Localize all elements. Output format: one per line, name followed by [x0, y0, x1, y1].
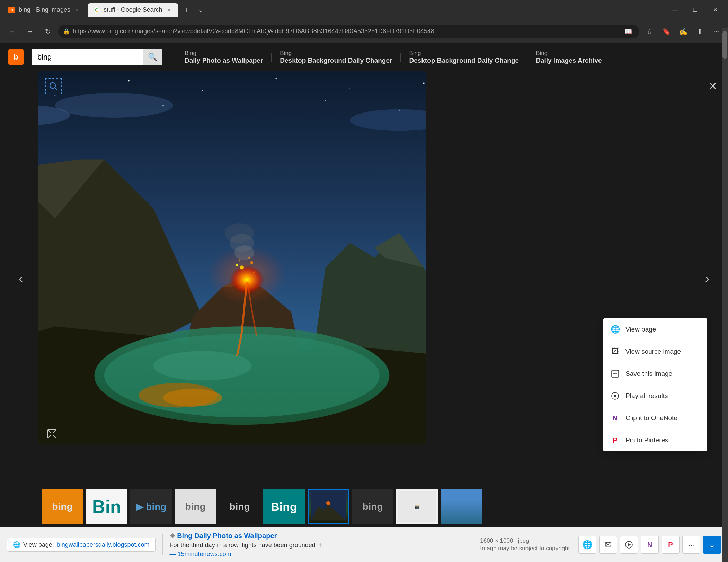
svg-point-27: [163, 389, 222, 407]
back-button[interactable]: ←: [4, 24, 19, 39]
bing-search-button[interactable]: 🔍: [143, 49, 162, 65]
thumbnail-3[interactable]: ▶ bing: [130, 489, 172, 524]
image-viewer: ✕ ‹ › bing 🌐 View page: [0, 71, 728, 486]
thumbnail-1[interactable]: bing: [42, 489, 83, 524]
thumbnail-9[interactable]: 📸: [396, 489, 438, 524]
image-dimensions: 1600 × 1000 · jpeg: [480, 537, 571, 544]
globe-icon: 🌐: [610, 325, 620, 334]
bing-nav-item-4[interactable]: Bing Daily Images Archive: [527, 50, 610, 64]
svg-point-31: [250, 261, 254, 264]
view-page-button[interactable]: 🌐 View page: bingwallpapersdaily.blogspo…: [7, 538, 156, 552]
favorites-icon[interactable]: ☆: [642, 24, 657, 39]
thumbnail-strip: bing Bin ▶ bing bing bing Bing: [0, 486, 728, 527]
window-controls: — ☐ ✕: [665, 3, 725, 17]
bottom-onenote-button[interactable]: N: [641, 536, 659, 554]
bottom-divider: [162, 534, 163, 555]
nav-title-2: Desktop Background Daily Changer: [280, 57, 392, 64]
bottom-email-button[interactable]: ✉: [599, 536, 617, 554]
reading-list-icon[interactable]: ✍: [675, 24, 691, 39]
close-viewer-button[interactable]: ✕: [704, 78, 721, 94]
context-menu: 🌐 View page 🖼 View source image: [603, 318, 707, 451]
bing-tab-title: bing - Bing images: [19, 6, 70, 13]
volcano-svg: [38, 71, 426, 444]
svg-point-49: [50, 83, 55, 88]
play-icon: [610, 391, 620, 401]
bing-header: b 🔍 Bing Daily Photo as Wallpaper Bing D…: [0, 43, 728, 71]
bottom-actions: 🌐 ✉ N P ··· ⌄: [578, 536, 721, 554]
context-save-image-label: Save this image: [625, 370, 672, 378]
svg-marker-60: [614, 395, 617, 397]
bing-nav-item-1[interactable]: Bing Daily Photo as Wallpaper: [176, 50, 271, 64]
thumbnail-4[interactable]: bing: [175, 489, 216, 524]
context-play-all[interactable]: Play all results: [603, 385, 707, 407]
google-tab-close[interactable]: ✕: [166, 7, 173, 13]
address-text[interactable]: https://www.bing.com/images/search?view=…: [73, 28, 619, 35]
expand-button[interactable]: [45, 427, 59, 441]
maximize-button[interactable]: ☐: [685, 3, 705, 17]
close-button[interactable]: ✕: [705, 3, 725, 17]
nav-brand-2: Bing: [280, 50, 392, 57]
prev-image-button[interactable]: ‹: [10, 268, 31, 289]
thumbnail-2[interactable]: Bin: [86, 489, 127, 524]
source-desc: For the third day in a row flights have …: [170, 542, 316, 549]
context-save-image[interactable]: Save this image: [603, 363, 707, 385]
address-input-wrap: 🔒 https://www.bing.com/images/search?vie…: [58, 25, 639, 38]
image-icon: 🖼: [610, 347, 620, 356]
bing-tab-close[interactable]: ✕: [74, 7, 81, 13]
thumbnail-5[interactable]: bing: [219, 489, 260, 524]
toolbar-icons: ☆ 🔖 ✍ ⬆ ···: [642, 24, 724, 39]
bing-nav-item-2[interactable]: Bing Desktop Background Daily Changer: [272, 50, 400, 64]
scroll-thumb[interactable]: [722, 31, 727, 59]
bottom-chevron-button[interactable]: ⌄: [703, 536, 721, 554]
next-image-button[interactable]: ›: [697, 268, 718, 289]
nav-title-3: Desktop Background Daily Change: [409, 57, 519, 64]
tab-menu-button[interactable]: ⌄: [194, 3, 207, 17]
title-bar: b bing - Bing images ✕ G stuff - Google …: [0, 0, 728, 20]
bing-nav-item-3[interactable]: Bing Desktop Background Daily Change: [401, 50, 527, 64]
source-link[interactable]: — 15minutenews.com: [170, 551, 473, 558]
minimize-button[interactable]: —: [665, 3, 685, 17]
volcano-image[interactable]: [38, 71, 426, 444]
bottom-play-button[interactable]: [620, 536, 638, 554]
thumbnail-6[interactable]: Bing: [263, 489, 305, 524]
refresh-button[interactable]: ↻: [40, 24, 55, 39]
visual-search-icon[interactable]: [45, 78, 62, 94]
scrollbar[interactable]: [722, 28, 728, 562]
bottom-more-button[interactable]: ···: [682, 536, 700, 554]
source-title[interactable]: ❖ Bing Daily Photo as Wallpaper: [170, 532, 473, 540]
reader-view-icon[interactable]: 📖: [622, 25, 634, 38]
pinterest-icon: P: [610, 435, 620, 445]
main-area: ✕ ‹ › bing 🌐 View page: [0, 71, 728, 527]
svg-point-4: [202, 90, 203, 91]
context-view-page[interactable]: 🌐 View page: [603, 318, 707, 341]
context-view-source[interactable]: 🖼 View source image: [603, 341, 707, 363]
share-icon[interactable]: ⬆: [692, 24, 707, 39]
svg-line-50: [55, 88, 57, 90]
svg-line-52: [48, 430, 51, 433]
svg-line-55: [53, 435, 56, 438]
thumbnail-10[interactable]: [441, 489, 482, 524]
thumbnail-7[interactable]: [308, 489, 349, 524]
expand-desc-icon[interactable]: +: [318, 541, 322, 549]
bottom-pinterest-button[interactable]: P: [662, 536, 680, 554]
favorites-bar-icon[interactable]: 🔖: [659, 24, 674, 39]
view-page-url[interactable]: bingwallpapersdaily.blogspot.com: [57, 541, 150, 549]
svg-marker-65: [628, 543, 631, 546]
svg-point-30: [240, 265, 244, 269]
tab-google[interactable]: G stuff - Google Search ✕: [88, 3, 178, 17]
svg-point-11: [325, 100, 326, 101]
nav-brand-3: Bing: [409, 50, 519, 57]
thumbnail-8[interactable]: bing: [352, 489, 393, 524]
address-icons: 📖: [622, 25, 634, 38]
svg-point-38: [225, 223, 254, 243]
new-tab-button[interactable]: +: [180, 3, 193, 17]
address-bar: ← → ↻ 🔒 https://www.bing.com/images/sear…: [0, 20, 728, 43]
bing-search-input[interactable]: [32, 49, 143, 65]
bing-search-wrap: 🔍: [32, 49, 162, 65]
context-pin-pinterest[interactable]: P Pin to Pinterest: [603, 429, 707, 451]
bottom-globe-button[interactable]: 🌐: [578, 536, 596, 554]
forward-button[interactable]: →: [22, 24, 37, 39]
tab-bing[interactable]: b bing - Bing images ✕: [3, 3, 86, 17]
onenote-icon: N: [610, 413, 620, 423]
context-clip-onenote[interactable]: N Clip it to OneNote: [603, 407, 707, 429]
